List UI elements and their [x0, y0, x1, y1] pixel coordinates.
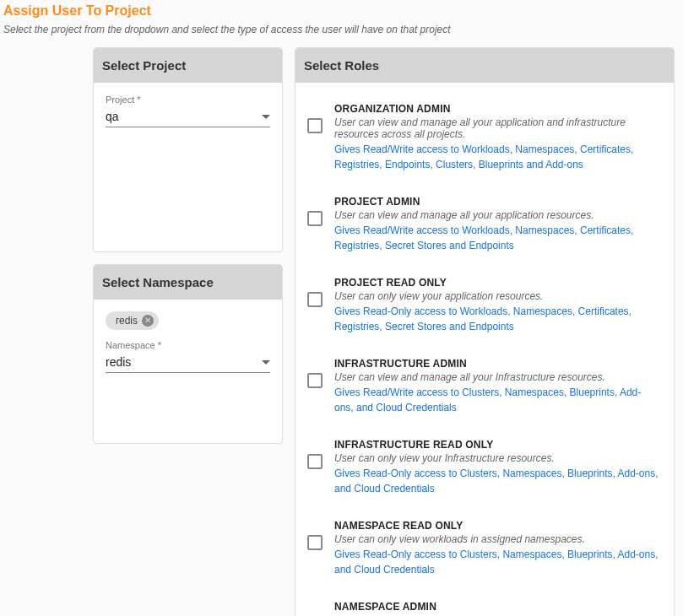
role-row: PROJECT READ ONLYUser can only view your…: [307, 265, 659, 346]
role-description: User can only view workloads in assigned…: [334, 533, 659, 545]
namespace-field-label: Namespace *: [106, 340, 270, 350]
role-text: ORGANIZATION ADMINUser can view and mana…: [334, 103, 659, 172]
select-project-header: Select Project: [94, 48, 282, 83]
page-subtitle: Select the project from the dropdown and…: [0, 24, 683, 47]
namespace-select-value: redis: [106, 355, 131, 369]
role-checkbox[interactable]: [307, 535, 323, 550]
namespace-chip: redis ✕: [106, 311, 159, 330]
role-permissions: Gives Read-Only access to Clusters, Name…: [334, 547, 659, 577]
role-text: INFRASTRUCTURE READ ONLYUser can only vi…: [334, 439, 659, 496]
role-row: ORGANIZATION ADMINUser can view and mana…: [307, 91, 659, 184]
role-permissions: Gives Read-Only access to Workloads, Nam…: [334, 304, 659, 334]
role-row: PROJECT ADMINUser can view and manage al…: [307, 184, 659, 265]
role-text: PROJECT READ ONLYUser can only view your…: [334, 277, 659, 334]
role-text: PROJECT ADMINUser can view and manage al…: [334, 196, 659, 253]
project-field-label: Project *: [106, 95, 270, 105]
role-text: NAMESPACE READ ONLYUser can only view wo…: [334, 520, 659, 577]
role-name: INFRASTRUCTURE ADMIN: [334, 358, 659, 370]
caret-down-icon: [262, 360, 270, 365]
role-checkbox[interactable]: [307, 292, 323, 307]
role-name: PROJECT READ ONLY: [334, 277, 659, 289]
namespace-select[interactable]: redis: [106, 352, 270, 373]
role-description: User can view and manage all your applic…: [334, 116, 659, 140]
role-row: INFRASTRUCTURE ADMINUser can view and ma…: [307, 346, 659, 427]
role-description: User can view and manage all your Infras…: [334, 371, 659, 383]
role-checkbox[interactable]: [307, 454, 323, 469]
role-permissions: Gives Read/Write access to Workloads, Na…: [334, 223, 659, 253]
role-description: User can only view your Infrastructure r…: [334, 452, 659, 464]
role-checkbox[interactable]: [307, 118, 323, 133]
role-row: NAMESPACE ADMINUser can only can publish…: [307, 589, 659, 616]
role-permissions: Gives Read-Only access to Clusters, Name…: [334, 466, 659, 496]
select-roles-header: Select Roles: [295, 48, 674, 83]
role-description: User can only view your application reso…: [334, 290, 659, 302]
role-row: INFRASTRUCTURE READ ONLYUser can only vi…: [307, 427, 659, 508]
role-row: NAMESPACE READ ONLYUser can only view wo…: [307, 508, 659, 589]
role-permissions: Gives Read/Write access to Workloads, Na…: [334, 142, 659, 172]
role-name: ORGANIZATION ADMIN: [334, 103, 659, 115]
select-namespace-panel: Select Namespace redis ✕ Namespace * red…: [93, 264, 283, 444]
role-checkbox[interactable]: [307, 373, 323, 388]
caret-down-icon: [262, 115, 270, 119]
project-select-value: qa: [106, 110, 119, 123]
chip-remove-icon[interactable]: ✕: [142, 315, 154, 327]
role-name: NAMESPACE READ ONLY: [334, 520, 659, 532]
role-description: User can view and manage all your applic…: [334, 209, 659, 221]
role-text: INFRASTRUCTURE ADMINUser can view and ma…: [334, 358, 659, 415]
page-title: Assign User To Project: [0, 0, 683, 24]
role-name: NAMESPACE ADMIN: [334, 601, 659, 613]
select-namespace-header: Select Namespace: [94, 265, 282, 300]
project-select[interactable]: qa: [106, 106, 270, 127]
role-text: NAMESPACE ADMINUser can only can publish…: [334, 601, 659, 616]
select-project-panel: Select Project Project * qa: [93, 47, 283, 252]
select-roles-panel: Select Roles ORGANIZATION ADMINUser can …: [295, 47, 675, 616]
namespace-chip-label: redis: [116, 315, 138, 327]
role-permissions: Gives Read/Write access to Clusters, Nam…: [334, 385, 659, 415]
role-name: PROJECT ADMIN: [334, 196, 659, 208]
role-name: INFRASTRUCTURE READ ONLY: [334, 439, 659, 451]
role-checkbox[interactable]: [307, 211, 323, 226]
